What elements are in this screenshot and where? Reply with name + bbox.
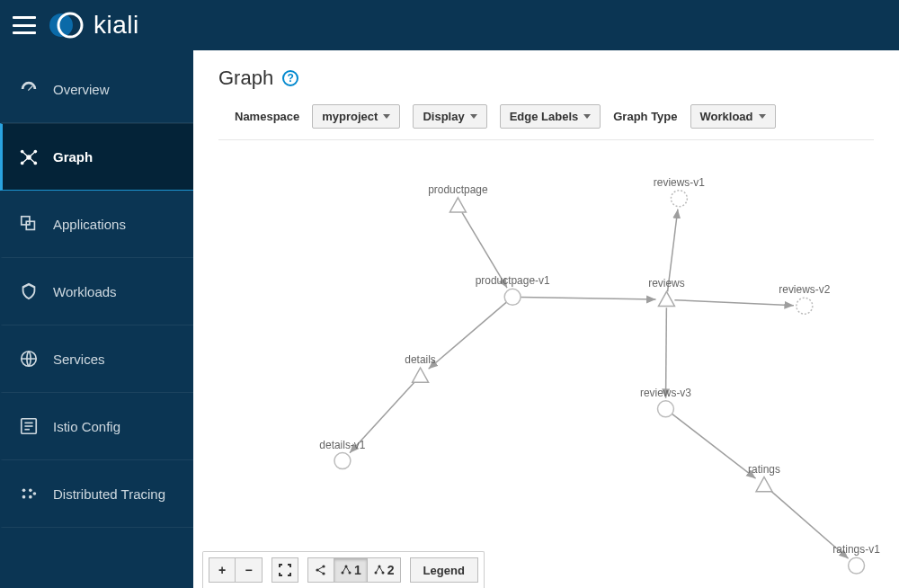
namespace-value: myproject — [322, 110, 378, 123]
kiali-logo-icon — [49, 7, 85, 43]
graph-node-productpage-v1[interactable]: productpage-v1 — [476, 274, 550, 305]
graph-type-label: Graph Type — [613, 110, 677, 123]
svg-point-27 — [657, 401, 673, 417]
layout-1-button[interactable]: 1 — [334, 557, 368, 583]
graph-type-dropdown[interactable]: Workload — [690, 104, 776, 129]
svg-point-21 — [29, 495, 32, 499]
sidebar-item-label: Workloads — [53, 284, 117, 299]
app-name: kiali — [93, 11, 139, 40]
graph-edge[interactable] — [672, 414, 756, 478]
svg-line-37 — [343, 566, 346, 573]
workloads-icon — [19, 281, 39, 301]
sidebar-item-distributed-tracing[interactable]: Distributed Tracing — [0, 460, 193, 528]
zoom-in-button[interactable]: + — [209, 557, 236, 583]
sidebar-item-label: Applications — [53, 217, 126, 232]
page-header: Graph ? Namespace myproject Display Edge… — [193, 50, 899, 149]
svg-line-10 — [29, 157, 35, 163]
graph-controls: + − — [202, 551, 485, 588]
svg-point-19 — [22, 495, 26, 499]
zoom-out-button[interactable]: − — [236, 557, 263, 583]
svg-point-22 — [33, 492, 37, 495]
svg-point-23 — [504, 289, 521, 305]
sidebar: OverviewGraphApplicationsWorkloadsServic… — [0, 50, 193, 588]
layout-2-button[interactable]: 2 — [368, 557, 401, 583]
sidebar-item-services[interactable]: Services — [0, 325, 193, 393]
sidebar-item-applications[interactable]: Applications — [0, 191, 193, 258]
menu-toggle-button[interactable] — [13, 16, 36, 34]
svg-rect-12 — [26, 221, 34, 229]
graph-node-label: details-v1 — [319, 439, 365, 451]
svg-point-28 — [849, 557, 865, 574]
graph-node-label: productpage — [428, 183, 488, 196]
svg-line-42 — [376, 566, 379, 573]
svg-line-7 — [22, 151, 29, 156]
svg-line-32 — [317, 566, 324, 570]
graph-edge[interactable] — [674, 300, 793, 306]
chevron-down-icon — [759, 114, 766, 119]
namespace-dropdown[interactable]: myproject — [312, 104, 400, 129]
svg-rect-11 — [22, 217, 30, 225]
chevron-down-icon — [470, 114, 477, 119]
graph-node-details-v1[interactable]: details-v1 — [319, 439, 365, 469]
svg-line-43 — [379, 566, 383, 573]
sidebar-item-label: Overview — [53, 82, 110, 97]
graph-node-reviews-v3[interactable]: reviews-v3 — [640, 387, 691, 417]
sidebar-item-graph[interactable]: Graph — [0, 123, 193, 191]
page-title: Graph — [218, 67, 273, 90]
graph-node-reviews-v2[interactable]: reviews-v2 — [779, 283, 830, 314]
sidebar-item-overview[interactable]: Overview — [0, 56, 193, 123]
edge-labels-dropdown[interactable]: Edge Labels — [500, 104, 601, 129]
graph-node-ratings-v1[interactable]: ratings-v1 — [832, 543, 880, 574]
config-icon — [19, 416, 39, 436]
graph-node-label: productpage-v1 — [476, 274, 550, 287]
fullscreen-icon — [279, 564, 291, 576]
graph-edge[interactable] — [666, 307, 667, 398]
svg-point-24 — [334, 453, 351, 469]
layout-default-button[interactable] — [307, 557, 334, 583]
graph-type-value: Workload — [700, 110, 753, 123]
display-dropdown[interactable]: Display — [413, 104, 486, 129]
namespace-label: Namespace — [235, 110, 299, 123]
graph-node-label: reviews-v1 — [654, 176, 705, 189]
sidebar-item-label: Istio Config — [53, 419, 120, 434]
svg-line-8 — [29, 151, 35, 156]
display-label: Display — [423, 110, 464, 123]
layout-icon — [315, 564, 327, 576]
edge-labels-label: Edge Labels — [510, 110, 579, 123]
svg-point-18 — [22, 489, 26, 493]
graph-node-label: ratings-v1 — [832, 543, 880, 556]
fit-to-screen-button[interactable] — [271, 557, 298, 583]
graph-edge[interactable] — [521, 297, 655, 299]
graph-canvas[interactable]: productpageproductpage-v1detailsdetails-… — [193, 149, 899, 588]
graph-node-reviews-v1[interactable]: reviews-v1 — [654, 176, 705, 207]
sidebar-item-istio-config[interactable]: Istio Config — [0, 393, 193, 460]
chevron-down-icon — [583, 114, 591, 119]
applications-icon — [19, 214, 39, 234]
main-content: Graph ? Namespace myproject Display Edge… — [193, 50, 899, 588]
sidebar-item-label: Services — [53, 352, 105, 367]
graph-node-details[interactable]: details — [405, 353, 436, 382]
services-icon — [19, 349, 39, 369]
graph-node-label: reviews — [648, 277, 684, 290]
sidebar-item-label: Graph — [53, 149, 93, 165]
graph-toolbar: Namespace myproject Display Edge Labels … — [218, 104, 874, 140]
graph-node-label: reviews-v2 — [779, 283, 830, 296]
help-icon[interactable]: ? — [282, 70, 298, 86]
svg-line-38 — [346, 566, 350, 573]
legend-button[interactable]: Legend — [410, 557, 478, 583]
app-logo[interactable]: kiali — [49, 7, 139, 43]
topbar: kiali — [0, 0, 899, 50]
graph-node-label: details — [405, 353, 436, 366]
svg-line-9 — [22, 157, 29, 163]
svg-point-26 — [797, 298, 813, 314]
graph-edge[interactable] — [429, 302, 507, 369]
graph-node-label: reviews-v3 — [640, 387, 691, 399]
graph-node-reviews[interactable]: reviews — [648, 277, 684, 306]
topology-icon — [19, 147, 39, 167]
dashboard-icon — [19, 79, 39, 99]
sidebar-item-label: Distributed Tracing — [53, 486, 165, 502]
graph-node-label: ratings — [748, 463, 780, 476]
graph-node-productpage[interactable]: productpage — [428, 183, 488, 212]
sidebar-item-workloads[interactable]: Workloads — [0, 258, 193, 325]
svg-point-25 — [671, 191, 687, 207]
